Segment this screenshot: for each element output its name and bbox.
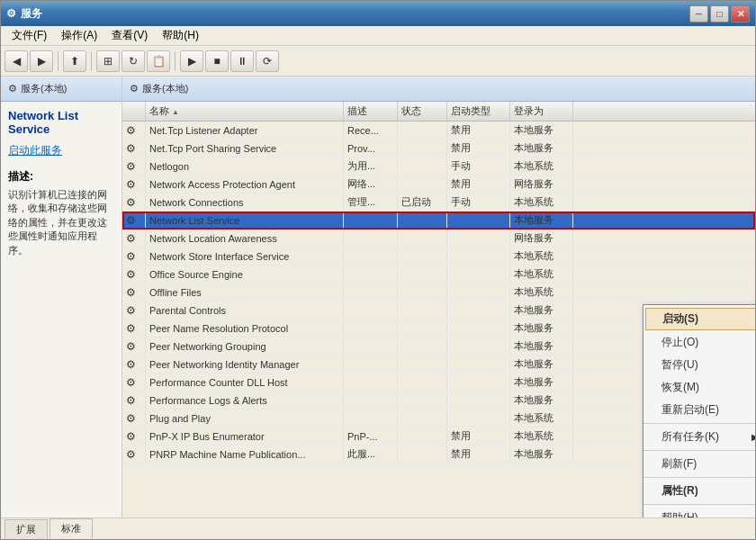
menu-bar: 文件(F) 操作(A) 查看(V) 帮助(H) (1, 26, 755, 46)
context-menu-item[interactable]: 停止(O) (644, 331, 755, 354)
table-row[interactable]: ⚙Network Access Protection Agent网络...禁用网… (122, 176, 755, 194)
up-button[interactable]: ⬆ (63, 50, 86, 72)
gear-icon: ⚙ (126, 376, 136, 389)
service-startup-cell: 手动 (447, 158, 510, 175)
service-status-cell (398, 122, 447, 139)
service-startup-cell (447, 338, 510, 355)
table-row[interactable]: ⚙Network Location Awareness网络服务 (122, 230, 755, 248)
minimize-button[interactable]: ─ (689, 5, 708, 22)
gear-icon: ⚙ (126, 214, 136, 227)
service-status-cell (398, 176, 447, 193)
table-row[interactable]: ⚙Network List Service本地服务 (122, 212, 755, 230)
service-desc-cell: Rece... (344, 122, 398, 139)
context-menu-item[interactable]: 刷新(F) (644, 453, 755, 475)
col-startup[interactable]: 启动类型 (447, 102, 510, 121)
context-menu-item[interactable]: 帮助(H) (644, 507, 755, 518)
service-name-cell: Netlogon (146, 158, 344, 175)
context-menu-item[interactable]: 所有任务(K)▶ (644, 426, 755, 448)
service-icon-cell: ⚙ (122, 122, 146, 139)
service-status-cell (398, 302, 447, 319)
gear-icon: ⚙ (126, 430, 136, 443)
export-button[interactable]: 📋 (147, 50, 170, 72)
context-menu-item[interactable]: 属性(R) (644, 480, 755, 502)
col-name[interactable]: 名称 ▲ (146, 102, 344, 121)
service-login-cell: 本地服务 (510, 392, 573, 409)
col-desc[interactable]: 描述 (344, 102, 398, 121)
service-desc-cell (344, 302, 398, 319)
service-desc-cell (344, 410, 398, 427)
service-name-cell: Network Store Interface Service (146, 248, 344, 265)
play-button[interactable]: ▶ (180, 50, 203, 72)
menu-action[interactable]: 操作(A) (54, 26, 104, 45)
service-login-cell: 本地服务 (510, 212, 573, 229)
context-menu-item[interactable]: 暂停(U) (644, 354, 755, 376)
col-status[interactable]: 状态 (398, 102, 447, 121)
context-menu-item[interactable]: 恢复(M) (644, 376, 755, 399)
gear-icon: ⚙ (126, 124, 136, 137)
menu-file[interactable]: 文件(F) (4, 26, 54, 45)
context-menu-item[interactable]: 重新启动(E) (644, 399, 755, 421)
service-desc-cell (344, 320, 398, 337)
service-desc-cell (344, 338, 398, 355)
menu-help[interactable]: 帮助(H) (155, 26, 206, 45)
sidebar-start-link[interactable]: 启动此服务 (8, 143, 114, 158)
service-status-cell: 已启动 (398, 194, 447, 211)
col-login[interactable]: 登录为 (510, 102, 573, 121)
sidebar-desc-title: 描述: (8, 169, 114, 184)
service-startup-cell (447, 212, 510, 229)
forward-button[interactable]: ▶ (30, 50, 53, 72)
service-desc-cell (344, 266, 398, 283)
tab-standard[interactable]: 标准 (50, 518, 93, 539)
window-title: 服务 (21, 6, 42, 22)
service-login-cell: 本地系统 (510, 428, 573, 445)
stop-button[interactable]: ■ (205, 50, 229, 72)
back-button[interactable]: ◀ (4, 50, 28, 72)
table-row[interactable]: ⚙Net.Tcp Listener AdapterRece...禁用本地服务 (122, 122, 755, 140)
table-row[interactable]: ⚙Office Source Engine本地系统 (122, 266, 755, 284)
main-window: ⚙ 服务 ─ □ ✕ 文件(F) 操作(A) 查看(V) 帮助(H) ◀ ▶ ⬆… (0, 0, 756, 540)
service-icon-cell: ⚙ (122, 158, 146, 175)
panel-gear-icon: ⚙ (130, 83, 139, 94)
table-row[interactable]: ⚙Network Connections管理...已启动手动本地系统 (122, 194, 755, 212)
service-icon-cell: ⚙ (122, 176, 146, 193)
toolbar-sep-1 (58, 51, 58, 71)
service-name-cell: Performance Logs & Alerts (146, 392, 344, 409)
toolbar: ◀ ▶ ⬆ ⊞ ↻ 📋 ▶ ■ ⏸ ⟳ (1, 46, 755, 76)
service-startup-cell (447, 248, 510, 265)
service-login-cell: 本地系统 (510, 194, 573, 211)
service-name-cell: Net.Tcp Port Sharing Service (146, 140, 344, 157)
maximize-button[interactable]: □ (710, 5, 729, 22)
table-row[interactable]: ⚙Net.Tcp Port Sharing ServiceProv...禁用本地… (122, 140, 755, 158)
tab-extend[interactable]: 扩展 (4, 519, 48, 539)
service-status-cell (398, 446, 447, 463)
panel-header: ⚙ 服务(本地) (122, 76, 755, 102)
service-name-cell: Peer Name Resolution Protocol (146, 320, 344, 337)
service-status-cell (398, 158, 447, 175)
service-name-cell: Peer Networking Grouping (146, 338, 344, 355)
service-login-cell: 本地服务 (510, 140, 573, 157)
gear-icon: ⚙ (126, 412, 136, 425)
service-desc-cell (344, 212, 398, 229)
restart-button[interactable]: ⟳ (256, 50, 279, 72)
service-status-cell (398, 266, 447, 283)
refresh-button[interactable]: ↻ (122, 50, 145, 72)
service-login-cell: 本地服务 (510, 122, 573, 139)
service-desc-cell (344, 284, 398, 301)
menu-view[interactable]: 查看(V) (104, 26, 155, 45)
table-row[interactable]: ⚙Netlogon为用...手动本地系统 (122, 158, 755, 176)
table-row[interactable]: ⚙Offline Files本地系统 (122, 284, 755, 302)
service-icon-cell: ⚙ (122, 230, 146, 247)
service-icon-cell: ⚙ (122, 392, 146, 409)
close-button[interactable]: ✕ (731, 5, 750, 22)
table-header: 名称 ▲ 描述 状态 启动类型 登录为 (122, 102, 755, 122)
context-menu-start[interactable]: 启动(S) (645, 308, 755, 330)
show-hide-button[interactable]: ⊞ (96, 50, 120, 72)
table-row[interactable]: ⚙Network Store Interface Service本地系统 (122, 248, 755, 266)
service-name-cell: PNRP Machine Name Publication... (146, 446, 344, 463)
gear-icon: ⚙ (126, 178, 136, 191)
sort-arrow-icon: ▲ (172, 108, 179, 116)
panel-header-label: 服务(本地) (142, 82, 188, 95)
service-startup-cell: 禁用 (447, 176, 510, 193)
pause-button[interactable]: ⏸ (230, 50, 254, 72)
service-status-cell (398, 248, 447, 265)
